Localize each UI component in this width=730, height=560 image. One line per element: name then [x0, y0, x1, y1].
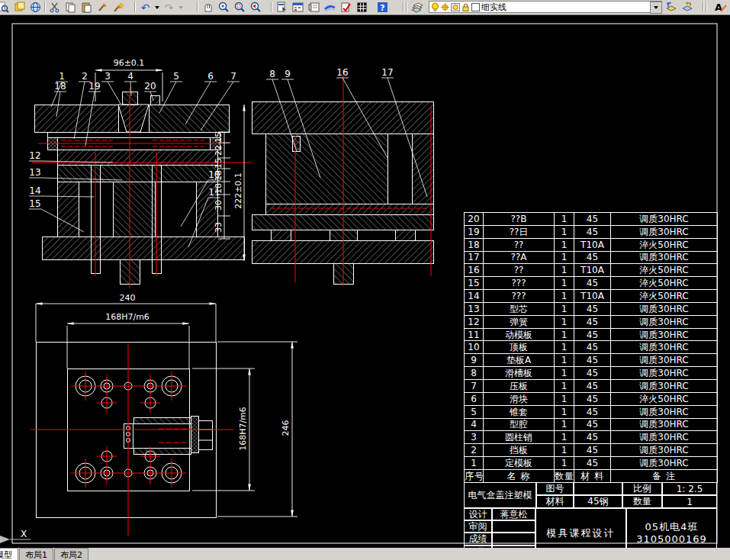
text-style-icon[interactable]: A — [712, 1, 728, 14]
markup-set-manager-icon[interactable] — [338, 1, 354, 14]
table-row: 17??A145调质30HRC — [465, 251, 718, 264]
cell-name: ?? — [484, 264, 555, 277]
balloon: 12 — [29, 150, 40, 161]
cell-qty: 1 — [555, 238, 574, 251]
table-row: 10顶板145调质30HRC — [465, 341, 718, 354]
student-id: 3105000169 — [636, 533, 707, 546]
layer-previous-icon[interactable] — [679, 1, 695, 14]
cell-material: T10A — [574, 264, 611, 277]
layer-freeze-sun-icon[interactable] — [441, 2, 449, 12]
tab-layout2[interactable]: 布局2 — [54, 548, 88, 560]
material-label: 材料 — [536, 495, 574, 508]
cell-name: 锥套 — [484, 405, 555, 418]
tab-layout2-label: 布局2 — [60, 550, 82, 560]
format-painter-icon[interactable] — [95, 1, 111, 14]
balloon: 11 — [208, 187, 220, 198]
top-toolbar: ↶ ↷ ? 细实线 A — [0, 0, 730, 15]
zoom-previous-icon[interactable] — [248, 1, 264, 14]
cell-material: 45 — [574, 392, 611, 405]
cell-no: 20 — [465, 213, 484, 226]
balloon: 18 — [54, 81, 66, 92]
cell-material: 45 — [574, 251, 611, 264]
cell-name: 型腔 — [484, 418, 555, 431]
undo-icon[interactable]: ↶ — [137, 1, 153, 14]
balloon: 8 — [269, 69, 275, 79]
paste-icon[interactable] — [79, 1, 95, 14]
layer-on-bulb-icon[interactable] — [431, 2, 439, 12]
cell-qty: 1 — [555, 392, 574, 405]
cell-material: 45 — [574, 213, 611, 226]
dim-chain-6: 33 — [214, 222, 224, 233]
sheet-set-manager-icon[interactable] — [322, 1, 338, 14]
undo-dropdown-icon[interactable] — [153, 1, 161, 14]
layer-combo[interactable]: 细实线 — [429, 1, 662, 13]
balloon: 14 — [29, 185, 40, 196]
dim-chain-5: 30 — [214, 200, 224, 211]
redo-icon[interactable]: ↷ — [161, 1, 177, 14]
balloon: 7 — [230, 71, 236, 82]
cell-name: 弹簧 — [484, 315, 555, 328]
cell-no: 14 — [465, 290, 484, 303]
header-name: 名 称 — [484, 469, 555, 482]
properties-icon[interactable] — [274, 1, 290, 14]
quickcalc-icon[interactable] — [354, 1, 370, 14]
zoom-realtime-icon[interactable] — [216, 1, 232, 14]
pan-icon[interactable] — [200, 1, 216, 14]
zoom-window-icon[interactable] — [232, 1, 248, 14]
cell-qty: 1 — [555, 213, 574, 226]
cell-material: 45 — [574, 418, 611, 431]
scale-value: 1: 2.5 — [662, 482, 717, 495]
layer-lock-icon[interactable] — [461, 2, 470, 12]
cell-name: 滑槽板 — [484, 367, 555, 380]
cell-note: 调质30HRC — [611, 431, 718, 444]
publish-icon[interactable] — [11, 1, 27, 14]
cell-note: 调质30HRC — [611, 302, 718, 315]
tool-palettes-icon[interactable] — [306, 1, 322, 14]
help-icon[interactable]: ? — [375, 1, 391, 14]
cell-material: T10A — [574, 238, 611, 251]
dim-plan-inner-height: 168H7/m6 — [238, 407, 248, 451]
match-properties-icon[interactable] — [111, 1, 127, 14]
cell-no: 13 — [465, 302, 484, 315]
cell-material: 45 — [574, 457, 611, 470]
cell-name: 动模板 — [484, 328, 555, 341]
table-row: 13型芯145调质30HRC — [465, 302, 718, 315]
side-section-view — [252, 101, 433, 284]
qty-value: 1 — [662, 495, 717, 508]
cell-qty: 1 — [555, 354, 574, 367]
layer-properties-icon[interactable] — [409, 1, 425, 14]
layer-freeze-viewport-icon[interactable] — [451, 2, 460, 12]
designcenter-icon[interactable] — [290, 1, 306, 14]
cell-material: 45 — [574, 444, 611, 457]
layer-color-swatch[interactable] — [471, 3, 480, 11]
cell-note: 淬火50HRC — [611, 238, 718, 251]
table-row: 1定模板145调质30HRC — [465, 457, 718, 470]
make-object-layer-current-icon[interactable] — [663, 1, 679, 14]
layer-dropdown-arrow-icon[interactable] — [650, 2, 662, 14]
drawing-canvas[interactable]: 96±0.1 15 22 15 18 18 30 33 222±0.1 240 … — [0, 15, 730, 548]
tab-model-label: 模型 — [0, 550, 12, 560]
table-row: 5锥套145调质30HRC — [465, 405, 718, 418]
cell-qty: 1 — [555, 418, 574, 431]
cell-material: 45 — [574, 367, 611, 380]
balloon: 15 — [29, 198, 40, 209]
svg-text:?: ? — [380, 3, 384, 13]
header-qty: 数量 — [555, 469, 574, 482]
copy-icon[interactable] — [63, 1, 79, 14]
cell-material: 45 — [574, 431, 611, 444]
cell-name: 型芯 — [484, 302, 555, 315]
cell-material: 45 — [574, 302, 611, 315]
grade-label: 成绩 — [464, 533, 492, 546]
cut-icon[interactable] — [47, 1, 63, 14]
web-icon[interactable] — [27, 1, 43, 14]
cell-name: 圆柱销 — [484, 431, 555, 444]
cell-note: 淬火50HRC — [611, 290, 718, 303]
balloon: 16 — [336, 67, 348, 78]
redo-dropdown-icon[interactable] — [177, 1, 185, 14]
cell-note: 调质30HRC — [611, 418, 718, 431]
tab-model[interactable]: 模型 — [0, 548, 18, 560]
plot-preview-icon[interactable] — [0, 1, 11, 14]
cell-name: 压板 — [484, 379, 555, 392]
tab-layout1[interactable]: 布局1 — [19, 548, 53, 560]
dim-plan-width: 240 — [120, 293, 136, 303]
